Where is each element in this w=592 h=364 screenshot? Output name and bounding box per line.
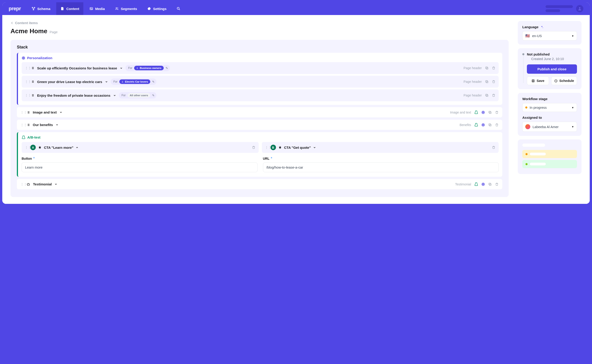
list-icon — [31, 94, 34, 97]
trash-icon[interactable] — [495, 182, 499, 186]
duplicate-icon[interactable] — [485, 66, 489, 70]
nav-schema[interactable]: Schema — [27, 2, 55, 15]
svg-point-32 — [483, 184, 483, 184]
segment-pill[interactable]: For Electric Car lovers ✎ — [111, 78, 156, 85]
abtest-icon[interactable] — [474, 123, 478, 127]
trash-icon[interactable] — [495, 123, 499, 127]
chevron-down-icon[interactable] — [56, 123, 59, 126]
duplicate-icon[interactable] — [485, 93, 489, 97]
drag-handle[interactable]: ⋮⋮ — [25, 66, 28, 70]
url-field: URL* — [263, 156, 499, 172]
nav-segments[interactable]: Segments — [111, 2, 141, 15]
language-select[interactable]: 🇺🇸 en-US ▼ — [522, 31, 577, 40]
schema-icon — [31, 6, 35, 11]
personalization-row: ⋮⋮ Scale up efficiently Occasions for bu… — [22, 62, 499, 74]
segment-pill[interactable]: For Business owners ✎ — [126, 65, 170, 71]
star-icon — [278, 146, 282, 149]
stack-block: ⋮⋮ Testimonial Testimonial — [17, 179, 502, 189]
placeholder-row — [522, 150, 577, 158]
workflow-card: Workflow stage In progress ▼ Assigned to… — [518, 93, 582, 136]
duplicate-icon[interactable] — [488, 110, 492, 114]
chevron-down-icon[interactable] — [60, 111, 62, 114]
schedule-button[interactable]: Schedule — [551, 77, 577, 85]
svg-rect-28 — [489, 124, 491, 126]
drag-handle[interactable]: ⋮⋮ — [25, 93, 28, 97]
created-date: Created June 2, 10:10 — [531, 57, 577, 61]
list-icon — [27, 123, 30, 126]
sparkle-icon[interactable] — [540, 26, 544, 29]
search-icon — [176, 6, 180, 11]
chevron-down-icon[interactable] — [120, 67, 123, 70]
placeholder-card — [518, 139, 582, 174]
nav-settings[interactable]: Settings — [143, 2, 171, 15]
trash-icon[interactable] — [492, 93, 495, 97]
breadcrumb[interactable]: Content items — [10, 21, 509, 25]
target-icon[interactable] — [481, 182, 485, 186]
settings-icon — [147, 6, 151, 11]
trash-icon[interactable] — [252, 146, 255, 149]
user-avatar[interactable] — [576, 5, 583, 12]
duplicate-icon[interactable] — [488, 182, 492, 186]
drag-handle[interactable]: ⋮⋮ — [25, 146, 28, 149]
stack-card: Stack Personalization ⋮⋮ Scale up effici… — [10, 40, 509, 197]
save-icon — [532, 79, 535, 83]
abtest-icon[interactable] — [474, 110, 478, 114]
trash-icon[interactable] — [492, 80, 495, 84]
svg-point-22 — [483, 112, 483, 113]
personalization-row: ⋮⋮ Green your drive Lease top electric c… — [22, 76, 499, 88]
variant-b: ⋮⋮ B CTA "Get quote" — [262, 142, 499, 153]
chevron-down-icon[interactable] — [105, 80, 108, 83]
drag-handle[interactable]: ⋮⋮ — [20, 110, 24, 114]
edit-icon[interactable]: ✎ — [166, 66, 168, 70]
svg-rect-19 — [486, 94, 487, 96]
variant-a: ⋮⋮ A CTA "Learn more" — [22, 142, 259, 153]
drag-handle[interactable]: ⋮⋮ — [20, 123, 24, 127]
language-card: Language 🇺🇸 en-US ▼ — [518, 21, 582, 45]
chevron-down-icon[interactable] — [54, 183, 57, 186]
trash-icon[interactable] — [492, 146, 495, 149]
svg-rect-23 — [489, 112, 491, 114]
duplicate-icon[interactable] — [488, 123, 492, 127]
stack-block: ⋮⋮ Image and text Image and text — [17, 107, 502, 117]
target-icon[interactable] — [481, 123, 485, 127]
nav-search[interactable] — [172, 2, 185, 15]
nav-media[interactable]: Media — [85, 2, 109, 15]
trash-icon[interactable] — [492, 66, 495, 70]
chevron-down-icon[interactable] — [313, 146, 316, 149]
duplicate-icon[interactable] — [485, 80, 489, 84]
abtest-header: A/B-test — [22, 135, 499, 139]
svg-rect-29 — [489, 124, 491, 125]
chevron-up-icon[interactable] — [76, 146, 79, 149]
assigned-select[interactable]: Labeeba Al Amer ▼ — [522, 122, 577, 132]
placeholder-pills — [545, 5, 573, 12]
chevron-down-icon[interactable] — [113, 94, 116, 97]
segment-pill[interactable]: For All other users ✎ — [119, 92, 157, 98]
logo: prepr — [9, 6, 21, 12]
people-icon — [136, 67, 139, 69]
workflow-select[interactable]: In progress ▼ — [522, 103, 577, 112]
edit-icon[interactable]: ✎ — [152, 80, 155, 84]
trash-icon[interactable] — [495, 110, 499, 114]
drag-handle[interactable]: ⋮⋮ — [265, 146, 268, 149]
url-input[interactable] — [263, 162, 499, 172]
svg-rect-33 — [489, 184, 491, 185]
drag-handle[interactable]: ⋮⋮ — [25, 80, 28, 84]
button-input[interactable] — [22, 162, 258, 172]
svg-point-12 — [137, 67, 138, 68]
nav-content[interactable]: Content — [56, 2, 83, 15]
variant-badge: B — [271, 145, 276, 150]
svg-rect-14 — [486, 67, 487, 69]
svg-point-11 — [23, 58, 24, 58]
topbar: prepr Schema Content Media Segments Sett… — [2, 2, 590, 15]
edit-icon[interactable]: ✎ — [152, 94, 155, 97]
svg-point-15 — [122, 81, 123, 82]
target-icon[interactable] — [481, 110, 485, 114]
personalization-block: Personalization ⋮⋮ Scale up efficiently … — [17, 53, 502, 105]
save-button[interactable]: Save — [527, 77, 549, 85]
svg-rect-34 — [489, 183, 491, 185]
publish-button[interactable]: Publish and close — [527, 64, 577, 74]
drag-handle[interactable]: ⋮⋮ — [20, 182, 24, 186]
list-icon — [31, 80, 34, 83]
basket-icon — [27, 182, 30, 186]
abtest-icon[interactable] — [474, 182, 478, 186]
